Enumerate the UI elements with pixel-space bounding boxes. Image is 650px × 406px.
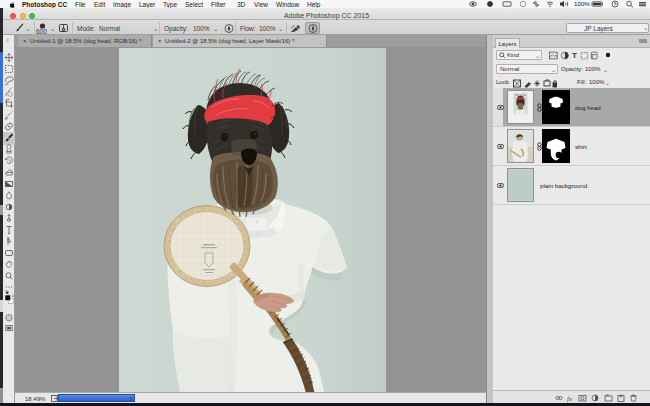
svg-text:fx: fx — [567, 395, 573, 402]
svg-text:T: T — [572, 51, 577, 60]
svg-text:100%: 100% — [574, 0, 590, 7]
